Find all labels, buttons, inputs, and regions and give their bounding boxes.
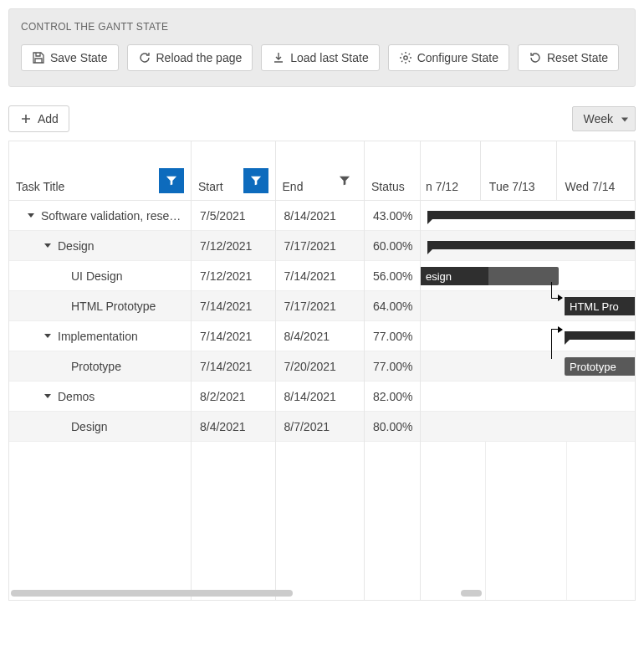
task-status-cell[interactable]: 77.00% <box>365 321 420 351</box>
task-status-cell[interactable]: 82.00% <box>365 382 420 412</box>
timeline-row[interactable] <box>421 412 635 442</box>
task-status-cell[interactable]: 64.00% <box>365 291 420 321</box>
column-start-label: Start <box>198 180 223 193</box>
save-state-button[interactable]: Save State <box>21 44 119 71</box>
chevron-down-icon[interactable] <box>44 243 51 248</box>
timeline-hscroll-thumb[interactable] <box>461 590 482 597</box>
timeline-row[interactable]: HTML Pro <box>421 291 635 321</box>
save-icon <box>32 51 45 64</box>
chevron-down-icon[interactable] <box>44 394 51 398</box>
gantt-timeline[interactable]: n 7/12 Tue 7/13 Wed 7/14 esignHTML ProPr… <box>421 141 635 600</box>
task-bar-label: HTML Pro <box>570 300 619 313</box>
reset-state-button[interactable]: Reset State <box>518 44 619 71</box>
summary-bar[interactable] <box>565 331 635 340</box>
reload-page-label: Reload the page <box>156 51 243 64</box>
task-start-cell[interactable]: 7/14/2021 <box>192 351 275 382</box>
column-end-header[interactable]: End <box>276 141 364 201</box>
chevron-down-icon[interactable] <box>44 334 51 338</box>
task-title-cell[interactable]: HTML Prototype <box>9 291 191 321</box>
task-start-cell[interactable]: 7/5/2021 <box>192 201 275 231</box>
gantt-toolbar: Add Week <box>8 105 636 132</box>
task-title-text: Implementation <box>58 330 138 343</box>
summary-bar[interactable] <box>427 241 635 249</box>
task-title-cell[interactable]: Design <box>9 412 191 442</box>
gantt-grid: Task Title Software validation, resea…De… <box>9 141 421 600</box>
task-bar[interactable]: Prototype <box>565 357 635 376</box>
filter-start-button[interactable] <box>243 168 268 193</box>
task-title-cell[interactable]: Prototype <box>9 351 191 382</box>
task-title-cell[interactable]: UI Design <box>9 261 191 291</box>
task-start-cell[interactable]: 8/4/2021 <box>192 412 275 442</box>
save-state-label: Save State <box>50 51 108 64</box>
task-end-cell[interactable]: 7/20/2021 <box>276 351 364 382</box>
filter-icon <box>166 175 177 187</box>
gantt-container: Task Title Software validation, resea…De… <box>8 141 636 601</box>
column-end: End 8/14/20217/17/20217/14/20217/17/2021… <box>276 141 365 600</box>
configure-state-label: Configure State <box>417 51 498 64</box>
column-title: Task Title Software validation, resea…De… <box>9 141 192 600</box>
grid-hscroll-thumb[interactable] <box>11 590 293 597</box>
timeline-row[interactable]: Prototype <box>421 351 635 382</box>
task-end-cell[interactable]: 8/7/2021 <box>276 412 364 442</box>
task-bar-label: Prototype <box>570 361 616 373</box>
gear-icon <box>399 51 412 64</box>
task-start-cell[interactable]: 8/2/2021 <box>192 382 275 412</box>
plus-icon <box>19 112 33 125</box>
task-title-text: Demos <box>58 390 95 403</box>
arrow-icon <box>558 295 563 301</box>
view-select[interactable]: Week <box>572 106 636 131</box>
task-title-cell[interactable]: Software validation, resea… <box>9 201 191 231</box>
load-state-button[interactable]: Load last State <box>261 44 379 71</box>
summary-bar[interactable] <box>427 211 635 219</box>
column-title-label: Task Title <box>16 180 64 193</box>
task-end-cell[interactable]: 8/14/2021 <box>276 382 364 412</box>
task-status-cell[interactable]: 56.00% <box>365 261 420 291</box>
task-status-cell[interactable]: 43.00% <box>365 201 420 231</box>
column-status-label: Status <box>371 180 405 193</box>
task-start-cell[interactable]: 7/12/2021 <box>192 231 275 261</box>
filter-end-button[interactable] <box>332 168 357 193</box>
task-title-text: Design <box>58 239 95 253</box>
task-start-cell[interactable]: 7/14/2021 <box>192 291 275 321</box>
timeline-day-1: Tue 7/13 <box>481 141 557 200</box>
timeline-row[interactable] <box>421 321 635 351</box>
task-end-cell[interactable]: 7/14/2021 <box>276 261 364 291</box>
column-start-header[interactable]: Start <box>192 141 275 201</box>
add-button[interactable]: Add <box>8 105 69 132</box>
chevron-down-icon[interactable] <box>28 213 34 218</box>
task-title-cell[interactable]: Implementation <box>9 321 191 351</box>
column-status-header[interactable]: Status <box>365 141 420 201</box>
task-bar[interactable]: esign <box>421 267 559 285</box>
reload-page-button[interactable]: Reload the page <box>127 44 253 71</box>
task-status-cell[interactable]: 77.00% <box>365 351 420 382</box>
task-start-cell[interactable]: 7/12/2021 <box>192 261 275 291</box>
configure-state-button[interactable]: Configure State <box>388 44 509 71</box>
reset-icon <box>529 51 542 64</box>
filter-icon <box>250 175 262 187</box>
task-end-cell[interactable]: 7/17/2021 <box>276 231 364 261</box>
task-status-cell[interactable]: 60.00% <box>365 231 420 261</box>
download-icon <box>272 51 285 64</box>
task-title-text: Prototype <box>71 360 121 373</box>
filter-title-button[interactable] <box>159 168 184 193</box>
timeline-row[interactable] <box>421 382 635 412</box>
task-end-cell[interactable]: 8/4/2021 <box>276 321 364 351</box>
task-bar[interactable]: HTML Pro <box>565 297 635 315</box>
timeline-row[interactable]: esign <box>421 261 635 291</box>
task-title-cell[interactable]: Design <box>9 231 191 261</box>
view-select-value: Week <box>583 112 613 125</box>
column-end-label: End <box>283 180 304 193</box>
column-title-header[interactable]: Task Title <box>9 141 191 201</box>
task-end-cell[interactable]: 7/17/2021 <box>276 291 364 321</box>
task-title-text: HTML Prototype <box>71 300 156 313</box>
task-status-cell[interactable]: 80.00% <box>365 412 420 442</box>
task-start-cell[interactable]: 7/14/2021 <box>192 321 275 351</box>
panel-button-row: Save State Reload the page Load last Sta… <box>21 44 623 71</box>
timeline-row[interactable] <box>421 231 635 261</box>
task-end-cell[interactable]: 8/14/2021 <box>276 201 364 231</box>
task-title-text: Software validation, resea… <box>41 209 182 223</box>
task-title-cell[interactable]: Demos <box>9 382 191 412</box>
task-title-text: Design <box>71 420 108 433</box>
dependency-line <box>551 282 562 299</box>
timeline-row[interactable] <box>421 201 635 231</box>
